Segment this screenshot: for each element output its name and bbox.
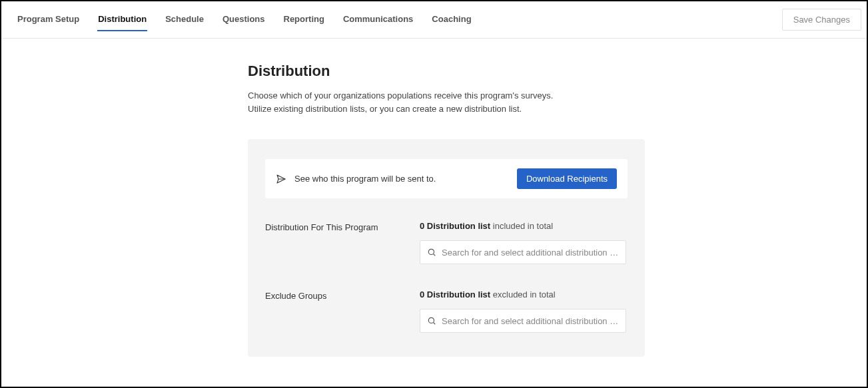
svg-line-2 [433, 254, 435, 256]
tab-coaching[interactable]: Coaching [432, 1, 471, 38]
search-icon [427, 248, 436, 257]
tabs-container: Program Setup Distribution Schedule Ques… [17, 1, 472, 38]
exclude-label: Exclude Groups [265, 290, 420, 301]
distribution-row: Distribution For This Program 0 Distribu… [265, 221, 628, 264]
recipients-info-card: See who this program will be sent to. Do… [265, 159, 628, 198]
tab-distribution[interactable]: Distribution [98, 1, 147, 38]
page-description: Choose which of your organizations popul… [248, 89, 568, 115]
tab-reporting[interactable]: Reporting [284, 1, 324, 38]
send-icon [276, 174, 286, 184]
distribution-search-input[interactable] [442, 248, 619, 258]
download-recipients-button[interactable]: Download Recipients [517, 168, 617, 189]
exclude-count-suffix: excluded in total [490, 290, 556, 299]
distribution-count-suffix: included in total [490, 221, 553, 231]
exclude-right: 0 Distribution list excluded in total [420, 290, 628, 333]
svg-point-1 [428, 249, 434, 254]
info-card-text: See who this program will be sent to. [294, 174, 436, 184]
topbar: Program Setup Distribution Schedule Ques… [1, 1, 867, 39]
tab-questions[interactable]: Questions [222, 1, 265, 38]
search-icon [427, 316, 436, 325]
info-left: See who this program will be sent to. [276, 174, 436, 184]
tab-communications[interactable]: Communications [343, 1, 413, 38]
exclude-count: 0 Distribution list excluded in total [420, 290, 628, 299]
distribution-right: 0 Distribution list included in total [420, 221, 628, 264]
tab-schedule[interactable]: Schedule [165, 1, 204, 38]
distribution-panel: See who this program will be sent to. Do… [248, 139, 645, 357]
svg-line-4 [433, 322, 435, 324]
main-content: Distribution Choose which of your organi… [1, 39, 867, 357]
save-changes-button[interactable]: Save Changes [782, 9, 861, 31]
distribution-count: 0 Distribution list included in total [420, 221, 628, 231]
distribution-label: Distribution For This Program [265, 221, 420, 232]
exclude-search-input[interactable] [442, 316, 619, 326]
exclude-row: Exclude Groups 0 Distribution list exclu… [265, 290, 628, 333]
page-title: Distribution [248, 63, 867, 80]
exclude-count-prefix: 0 Distribution list [420, 290, 490, 299]
distribution-count-prefix: 0 Distribution list [420, 221, 490, 231]
distribution-search-box[interactable] [420, 240, 626, 264]
exclude-search-box[interactable] [420, 309, 626, 333]
tab-program-setup[interactable]: Program Setup [17, 1, 79, 38]
svg-point-3 [428, 317, 434, 323]
